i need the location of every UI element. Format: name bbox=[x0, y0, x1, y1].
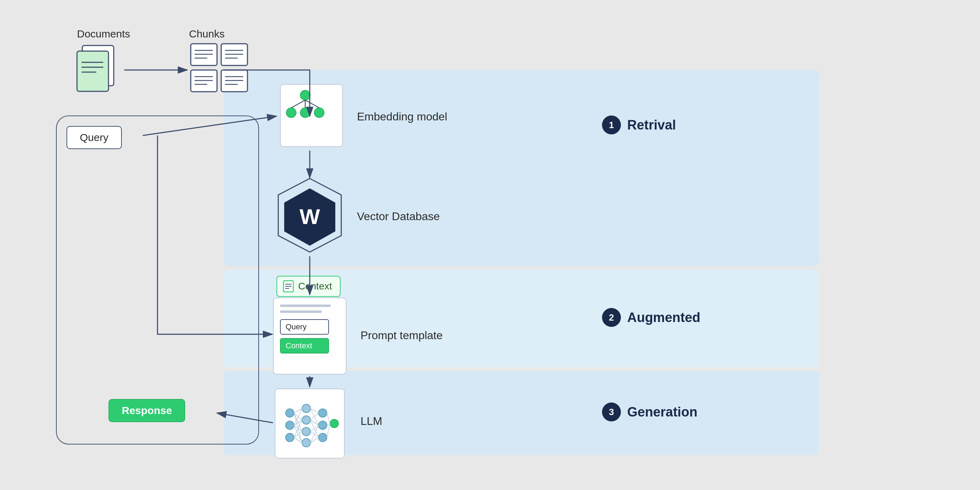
svg-line-62 bbox=[310, 413, 318, 420]
embedding-network-svg bbox=[281, 85, 330, 134]
svg-point-42 bbox=[302, 416, 310, 424]
svg-point-25 bbox=[286, 108, 296, 118]
diagram-container: 1 Retrival 2 Augmented 3 Generation Docu… bbox=[35, 21, 945, 469]
embedding-model-label: Embedding model bbox=[357, 110, 447, 123]
svg-line-69 bbox=[327, 413, 330, 423]
documents-icon-group: Documents bbox=[73, 38, 123, 96]
section-number-2: 2 bbox=[602, 308, 621, 327]
vector-db-svg: W bbox=[273, 175, 347, 256]
svg-point-41 bbox=[302, 404, 310, 413]
svg-point-39 bbox=[286, 421, 294, 430]
svg-point-44 bbox=[302, 439, 310, 447]
label-retrival: 1 Retrival bbox=[602, 116, 676, 134]
svg-line-30 bbox=[305, 100, 319, 108]
query-loop-box bbox=[56, 116, 259, 444]
context-label: Context bbox=[298, 281, 332, 292]
prompt-template-box: Query Context bbox=[273, 298, 347, 374]
svg-text:W: W bbox=[300, 204, 320, 229]
vector-db-label: Vector Database bbox=[357, 210, 440, 223]
label-augmented: 2 Augmented bbox=[602, 308, 700, 327]
svg-point-38 bbox=[286, 409, 294, 417]
svg-point-27 bbox=[314, 108, 324, 118]
embedding-model-box bbox=[280, 84, 343, 147]
section-title-augmented: Augmented bbox=[627, 310, 700, 325]
llm-network-svg bbox=[280, 394, 339, 453]
response-bubble: Response bbox=[108, 399, 185, 422]
prompt-query-inner: Query bbox=[280, 319, 329, 335]
vector-db-container: W bbox=[273, 175, 347, 257]
documents-label: Documents bbox=[77, 28, 130, 40]
svg-rect-4 bbox=[77, 51, 108, 91]
svg-point-26 bbox=[300, 108, 310, 118]
svg-point-48 bbox=[330, 419, 339, 428]
svg-point-43 bbox=[302, 427, 310, 436]
svg-point-24 bbox=[300, 90, 310, 100]
prompt-template-label: Prompt template bbox=[361, 329, 443, 342]
svg-point-46 bbox=[318, 421, 327, 430]
chunks-icon-group: Chunks bbox=[189, 38, 252, 96]
section-number-1: 1 bbox=[602, 116, 621, 134]
section-number-3: 3 bbox=[602, 402, 621, 422]
chunks-svg bbox=[189, 42, 252, 94]
svg-point-45 bbox=[318, 409, 327, 417]
section-title-generation: Generation bbox=[627, 405, 698, 420]
context-icon bbox=[283, 280, 294, 293]
section-title-retrival: Retrival bbox=[627, 118, 676, 133]
prompt-context-inner: Context bbox=[280, 338, 329, 353]
llm-label: LLM bbox=[361, 415, 382, 428]
svg-line-28 bbox=[291, 100, 305, 108]
documents-svg bbox=[73, 38, 123, 94]
context-badge: Context bbox=[277, 276, 340, 297]
llm-box bbox=[275, 388, 345, 458]
svg-line-71 bbox=[327, 423, 330, 438]
svg-point-47 bbox=[318, 433, 327, 442]
chunks-label: Chunks bbox=[189, 28, 225, 40]
label-generation: 3 Generation bbox=[602, 402, 698, 422]
query-bubble: Query bbox=[67, 126, 122, 149]
svg-point-40 bbox=[286, 433, 294, 442]
